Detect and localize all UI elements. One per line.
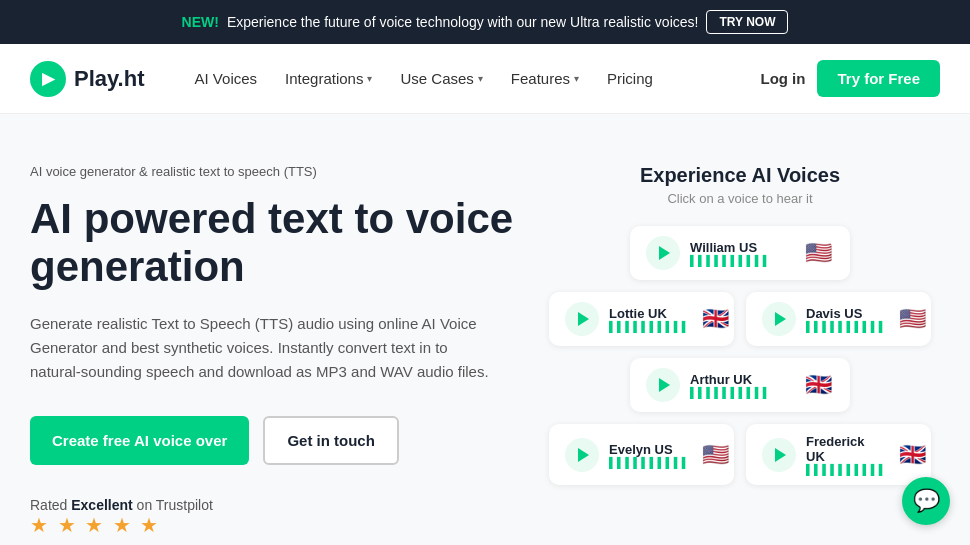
voice-card-frederick[interactable]: Frederick UK ▌▌▌▌▌▌▌▌▌▌ 🇬🇧 — [746, 424, 931, 485]
play-icon — [659, 246, 670, 260]
voice-info-arthur: Arthur UK ▌▌▌▌▌▌▌▌▌▌ — [690, 372, 792, 398]
voices-subtitle: Click on a voice to hear it — [540, 191, 940, 206]
get-in-touch-button[interactable]: Get in touch — [263, 416, 399, 465]
voice-card-arthur[interactable]: Arthur UK ▌▌▌▌▌▌▌▌▌▌ 🇬🇧 — [630, 358, 850, 412]
voice-wave-frederick: ▌▌▌▌▌▌▌▌▌▌ — [806, 464, 887, 475]
trustpilot-text: Rated Excellent on Trustpilot — [30, 497, 213, 513]
top-banner: NEW! Experience the future of voice tech… — [0, 0, 970, 44]
chat-bubble-button[interactable]: 💬 — [902, 477, 950, 525]
voice-wave-lottie: ▌▌▌▌▌▌▌▌▌▌ — [609, 321, 690, 332]
hero-description: Generate realistic Text to Speech (TTS) … — [30, 312, 490, 384]
voices-row-4: Evelyn US ▌▌▌▌▌▌▌▌▌▌ 🇺🇸 Frederick UK ▌▌▌… — [540, 424, 940, 485]
voices-row-2: Lottie UK ▌▌▌▌▌▌▌▌▌▌ 🇬🇧 Davis US ▌▌▌▌▌▌▌… — [540, 292, 940, 346]
play-button-william[interactable] — [646, 236, 680, 270]
nav-ai-voices[interactable]: AI Voices — [185, 62, 268, 95]
cta-buttons: Create free AI voice over Get in touch — [30, 416, 520, 465]
flag-evelyn: 🇺🇸 — [700, 439, 732, 471]
voice-name-frederick: Frederick UK — [806, 434, 887, 464]
voice-name-lottie: Lottie UK — [609, 306, 690, 321]
play-icon — [578, 448, 589, 462]
try-free-button[interactable]: Try for Free — [817, 60, 940, 97]
logo-link[interactable]: ▶ Play.ht — [30, 61, 145, 97]
logo-text: Play.ht — [74, 66, 145, 92]
voice-wave-evelyn: ▌▌▌▌▌▌▌▌▌▌ — [609, 457, 690, 468]
nav-integrations[interactable]: Integrations▾ — [275, 62, 382, 95]
main-content: AI voice generator & realistic text to s… — [0, 114, 970, 545]
flag-lottie: 🇬🇧 — [700, 303, 732, 335]
banner-message: Experience the future of voice technolog… — [227, 14, 699, 30]
voice-card-davis[interactable]: Davis US ▌▌▌▌▌▌▌▌▌▌ 🇺🇸 — [746, 292, 931, 346]
voice-info-davis: Davis US ▌▌▌▌▌▌▌▌▌▌ — [806, 306, 887, 332]
create-voiceover-button[interactable]: Create free AI voice over — [30, 416, 249, 465]
voice-card-william[interactable]: William US ▌▌▌▌▌▌▌▌▌▌ 🇺🇸 — [630, 226, 850, 280]
left-section: AI voice generator & realistic text to s… — [30, 164, 520, 537]
play-button-lottie[interactable] — [565, 302, 599, 336]
new-badge: NEW! — [182, 14, 219, 30]
right-section: Experience AI Voices Click on a voice to… — [540, 164, 940, 537]
play-button-evelyn[interactable] — [565, 438, 599, 472]
try-now-button[interactable]: TRY NOW — [706, 10, 788, 34]
navbar: ▶ Play.ht AI Voices Integrations▾ Use Ca… — [0, 44, 970, 114]
nav-use-cases[interactable]: Use Cases▾ — [390, 62, 492, 95]
play-icon — [578, 312, 589, 326]
voices-title: Experience AI Voices — [540, 164, 940, 187]
play-button-frederick[interactable] — [762, 438, 796, 472]
logo-icon: ▶ — [30, 61, 66, 97]
voices-row-1: William US ▌▌▌▌▌▌▌▌▌▌ 🇺🇸 — [540, 226, 940, 280]
nav-right: Log in Try for Free — [760, 60, 940, 97]
chevron-down-icon: ▾ — [478, 73, 483, 84]
voice-wave-davis: ▌▌▌▌▌▌▌▌▌▌ — [806, 321, 887, 332]
flag-william: 🇺🇸 — [802, 237, 834, 269]
voice-name-evelyn: Evelyn US — [609, 442, 690, 457]
play-button-davis[interactable] — [762, 302, 796, 336]
play-icon — [775, 312, 786, 326]
voice-name-arthur: Arthur UK — [690, 372, 792, 387]
login-button[interactable]: Log in — [760, 70, 805, 87]
voices-grid: William US ▌▌▌▌▌▌▌▌▌▌ 🇺🇸 Lottie UK ▌▌▌▌▌… — [540, 226, 940, 485]
voice-name-william: William US — [690, 240, 792, 255]
play-button-arthur[interactable] — [646, 368, 680, 402]
chevron-down-icon: ▾ — [367, 73, 372, 84]
nav-links: AI Voices Integrations▾ Use Cases▾ Featu… — [185, 62, 761, 95]
hero-heading: AI powered text to voice generation — [30, 195, 520, 292]
flag-frederick: 🇬🇧 — [897, 439, 929, 471]
voice-info-william: William US ▌▌▌▌▌▌▌▌▌▌ — [690, 240, 792, 266]
voice-card-evelyn[interactable]: Evelyn US ▌▌▌▌▌▌▌▌▌▌ 🇺🇸 — [549, 424, 734, 485]
voice-wave-arthur: ▌▌▌▌▌▌▌▌▌▌ — [690, 387, 792, 398]
flag-arthur: 🇬🇧 — [802, 369, 834, 401]
voice-info-frederick: Frederick UK ▌▌▌▌▌▌▌▌▌▌ — [806, 434, 887, 475]
trustpilot-section: Rated Excellent on Trustpilot — [30, 497, 520, 513]
chevron-down-icon: ▾ — [574, 73, 579, 84]
voice-info-evelyn: Evelyn US ▌▌▌▌▌▌▌▌▌▌ — [609, 442, 690, 468]
voices-row-3: Arthur UK ▌▌▌▌▌▌▌▌▌▌ 🇬🇧 — [540, 358, 940, 412]
nav-pricing[interactable]: Pricing — [597, 62, 663, 95]
voice-card-lottie[interactable]: Lottie UK ▌▌▌▌▌▌▌▌▌▌ 🇬🇧 — [549, 292, 734, 346]
star-rating: ★ ★ ★ ★ ★ — [30, 513, 520, 537]
play-icon — [659, 378, 670, 392]
voice-name-davis: Davis US — [806, 306, 887, 321]
voice-info-lottie: Lottie UK ▌▌▌▌▌▌▌▌▌▌ — [609, 306, 690, 332]
voice-wave-william: ▌▌▌▌▌▌▌▌▌▌ — [690, 255, 792, 266]
flag-davis: 🇺🇸 — [897, 303, 929, 335]
nav-features[interactable]: Features▾ — [501, 62, 589, 95]
hero-subtitle: AI voice generator & realistic text to s… — [30, 164, 520, 179]
play-icon — [775, 448, 786, 462]
